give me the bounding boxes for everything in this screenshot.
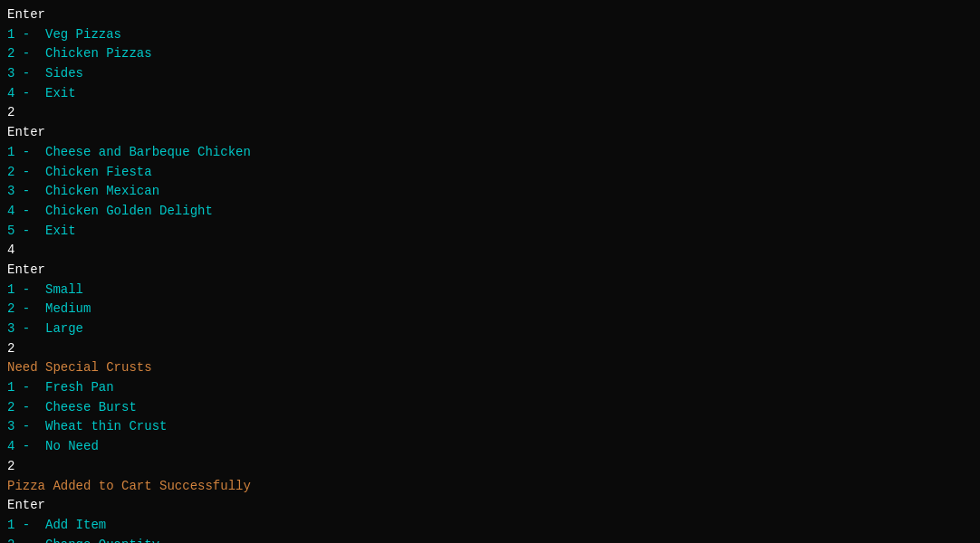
terminal-window: Enter1 - Veg Pizzas2 - Chicken Pizzas3 -…	[0, 0, 980, 543]
terminal-line: 2	[7, 457, 973, 477]
terminal-line: Need Special Crusts	[7, 358, 973, 378]
terminal-line: 1 - Cheese and Barbeque Chicken	[7, 143, 973, 163]
terminal-line: 3 - Sides	[7, 64, 973, 84]
terminal-line: Enter	[7, 123, 973, 143]
terminal-line: Enter	[7, 5, 973, 25]
terminal-line: 2 - Medium	[7, 300, 973, 319]
terminal-line: 2 - Cheese Burst	[7, 398, 973, 418]
terminal-line: Enter	[7, 261, 973, 281]
terminal-line: 3 - Wheat thin Crust	[7, 417, 973, 437]
terminal-line: 2 - Chicken Fiesta	[7, 163, 973, 183]
terminal-line: 2 - Change Quantity	[7, 536, 973, 543]
terminal-line: 2	[7, 103, 973, 123]
terminal-line: 2	[7, 339, 973, 359]
terminal-line: 1 - Fresh Pan	[7, 378, 973, 398]
terminal-line: 4 - No Need	[7, 437, 973, 457]
terminal-line: 2 - Chicken Pizzas	[7, 44, 973, 64]
terminal-line: Enter	[7, 496, 973, 516]
terminal-line: 3 - Large	[7, 319, 973, 339]
terminal-line: 1 - Veg Pizzas	[7, 25, 973, 45]
terminal-line: 1 - Add Item	[7, 516, 973, 536]
terminal-line: 4 - Chicken Golden Delight	[7, 202, 973, 222]
terminal-line: 5 - Exit	[7, 222, 973, 242]
terminal-line: 3 - Chicken Mexican	[7, 182, 973, 202]
terminal-line: 4	[7, 241, 973, 261]
terminal-line: 1 - Small	[7, 281, 973, 300]
terminal-line: 4 - Exit	[7, 84, 973, 104]
terminal-line: Pizza Added to Cart Successfully	[7, 477, 973, 497]
